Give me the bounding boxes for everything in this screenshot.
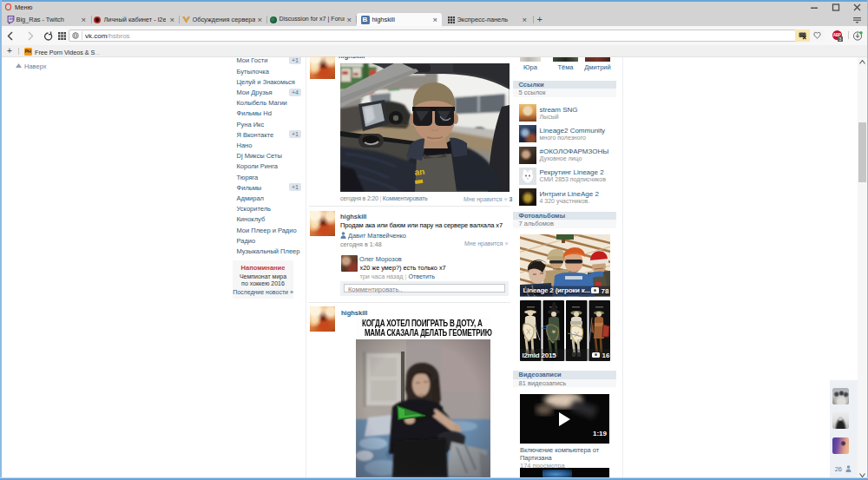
svg-text:1:19: 1:19: [593, 430, 608, 437]
svg-text:an: an: [414, 167, 425, 177]
